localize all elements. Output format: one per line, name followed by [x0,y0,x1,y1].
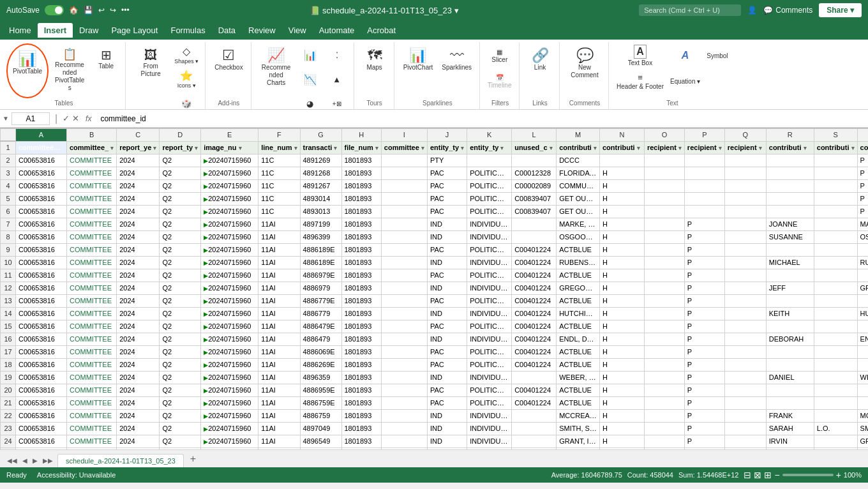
cell-row22-col5[interactable]: 11AI [258,409,300,422]
cell-row2-col4[interactable]: ▶20240715960 [201,154,258,167]
cell-row5-col13[interactable]: H [599,192,644,205]
cell-row25-col18[interactable] [814,448,857,449]
cell-row14-col1[interactable]: COMMITTEE [67,307,117,320]
cell-row22-col19[interactable]: MCCREARY [857,409,868,422]
cell-row23-col16[interactable] [724,422,766,435]
cell-d1[interactable]: report_ty ▾ [160,141,201,154]
cell-row10-col15[interactable]: P [684,256,724,269]
cell-row4-col8[interactable] [381,179,427,192]
cell-row12-col10[interactable]: INDIVIDUAL [467,282,512,294]
cell-row12-col9[interactable]: IND [427,282,467,294]
cell-row2-col17[interactable] [766,154,814,167]
cell-e1[interactable]: image_nu ▾ [201,141,258,154]
cell-row19-col13[interactable]: H [599,371,644,384]
cell-row16-col19[interactable]: ENDL [857,333,868,345]
cell-row2-col12[interactable]: DCCC [557,154,600,167]
cell-row16-col18[interactable] [814,333,857,345]
cell-row14-col11[interactable]: C00401224 [512,307,557,320]
cell-row8-col16[interactable] [724,230,766,243]
cell-row17-col11[interactable]: C00401224 [512,345,557,358]
cell-row5-col2[interactable]: 2024 [117,192,160,205]
cell-row17-col5[interactable]: 11AI [258,345,300,358]
cell-row3-col17[interactable] [766,167,814,179]
cell-row23-col19[interactable]: SMITH [857,422,868,435]
cell-row21-col6[interactable]: 4886759E [300,396,341,409]
cell-row18-col14[interactable] [644,358,684,371]
cell-row17-col10[interactable]: POLITICAL AC [467,345,512,358]
cell-row8-col2[interactable]: 2024 [117,230,160,243]
cell-row2-col6[interactable]: 4891269 [300,154,341,167]
cell-row2-col19[interactable]: P [857,154,868,167]
cell-row20-col2[interactable]: 2024 [117,384,160,396]
cell-row20-col6[interactable]: 4886959E [300,384,341,396]
cell-row16-col9[interactable]: IND [427,333,467,345]
cell-row18-col18[interactable] [814,358,857,371]
cell-c1[interactable]: report_ye ▾ [117,141,160,154]
cell-row3-col7[interactable]: 1801893 [341,167,381,179]
cell-row13-col5[interactable]: 11AI [258,294,300,307]
cell-row21-col1[interactable]: COMMITTEE [67,396,117,409]
cell-row4-col5[interactable]: 11C [258,179,300,192]
cell-row5-col19[interactable]: P [857,192,868,205]
cell-row15-col9[interactable]: PAC [427,320,467,333]
cell-row2-col2[interactable]: 2024 [117,154,160,167]
cell-row20-col16[interactable] [724,384,766,396]
col-header-o[interactable]: O [644,128,684,141]
cell-row6-col8[interactable] [381,205,427,218]
cell-row14-col12[interactable]: HUTCHISON [557,307,600,320]
cell-row19-col3[interactable]: Q2 [160,371,201,384]
cell-row11-col13[interactable]: H [599,269,644,282]
cell-l1[interactable]: unused_c ▾ [512,141,557,154]
cell-row23-col4[interactable]: ▶20240715960 [201,422,258,435]
cell-row13-col14[interactable] [644,294,684,307]
cell-i1[interactable]: committee ▾ [381,141,427,154]
cell-row11-col16[interactable] [724,269,766,282]
cell-row9-col8[interactable] [381,243,427,256]
cell-o1[interactable]: recipient ▾ [644,141,684,154]
cell-row24-col19[interactable]: GRANT [857,435,868,448]
cell-row25-col17[interactable]: JERRY [766,448,814,449]
cell-row13-col12[interactable]: ACTBLUE [557,294,600,307]
cell-row6-col19[interactable]: P [857,205,868,218]
cell-row8-col3[interactable]: Q2 [160,230,201,243]
cell-p1[interactable]: recipient ▾ [684,141,724,154]
comments-button[interactable]: 💬 Comments [763,6,812,15]
col-header-e[interactable]: E [201,128,258,141]
cell-row15-col13[interactable]: H [599,320,644,333]
cell-row9-col0[interactable]: C00653816 [16,243,67,256]
cell-row15-col1[interactable]: COMMITTEE [67,320,117,333]
cell-row7-col4[interactable]: ▶20240715960 [201,218,258,230]
cell-row6-col17[interactable] [766,205,814,218]
cell-row10-col8[interactable] [381,256,427,269]
cell-row17-col14[interactable] [644,345,684,358]
cell-row9-col16[interactable] [724,243,766,256]
cell-row18-col11[interactable]: C00401224 [512,358,557,371]
cell-row15-col10[interactable]: POLITICAL AC [467,320,512,333]
cell-row11-col9[interactable]: PAC [427,269,467,282]
cell-row9-col6[interactable]: 4886189E [300,243,341,256]
cell-row14-col7[interactable]: 1801893 [341,307,381,320]
cell-row21-col19[interactable] [857,396,868,409]
cell-row14-col18[interactable] [814,307,857,320]
cell-row20-col17[interactable] [766,384,814,396]
cell-row14-col8[interactable] [381,307,427,320]
cell-row6-col1[interactable]: COMMITTEE [67,205,117,218]
cell-row5-col16[interactable] [724,192,766,205]
cell-row6-col15[interactable] [684,205,724,218]
cell-row6-col5[interactable]: 11C [258,205,300,218]
cell-row6-col14[interactable] [644,205,684,218]
cell-row19-col9[interactable]: IND [427,371,467,384]
cell-row4-col0[interactable]: C00653816 [16,179,67,192]
equation-button[interactable]: Equation ▾ [668,69,703,93]
cell-row4-col18[interactable] [814,179,857,192]
cell-row13-col15[interactable]: P [684,294,724,307]
cell-row13-col11[interactable]: C00401224 [512,294,557,307]
cell-row7-col17[interactable]: JOANNE [766,218,814,230]
cell-row19-col15[interactable]: P [684,371,724,384]
cell-row7-col6[interactable]: 4897199 [300,218,341,230]
cell-row3-col5[interactable]: 11C [258,167,300,179]
cell-row8-col19[interactable]: OSGOOD [857,230,868,243]
cell-row22-col15[interactable]: P [684,409,724,422]
cell-row11-col17[interactable] [766,269,814,282]
3d-button[interactable]: 🎲 [172,92,201,115]
